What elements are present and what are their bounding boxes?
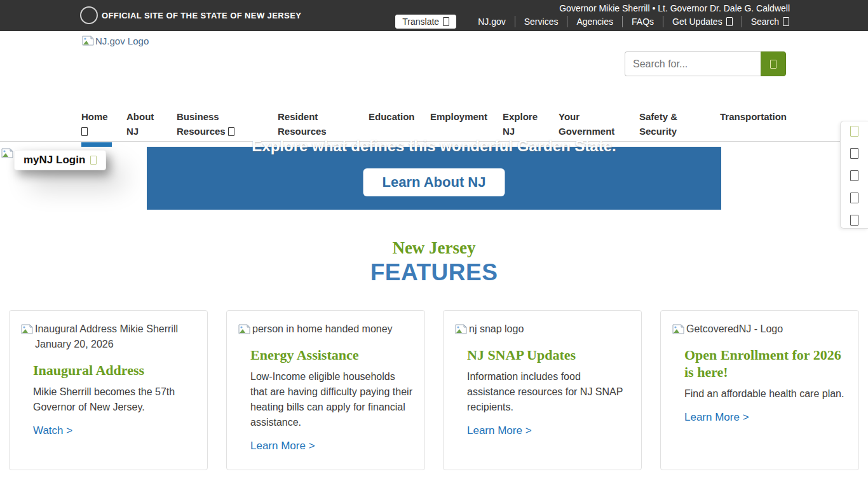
broken-image-icon — [21, 324, 33, 334]
feature-card-open-enrollment: GetcoveredNJ - Logo Open Enrollment for … — [660, 310, 859, 470]
card-learn-more-link[interactable]: Learn More > — [250, 440, 315, 452]
card-description: Find an affordable health care plan. — [684, 386, 847, 402]
nav-item-safety-security[interactable]: Safety & Security — [639, 109, 684, 139]
card-image-alt: GetcoveredNJ - Logo — [672, 322, 847, 337]
nav-item-your-government[interactable]: Your Government — [559, 109, 619, 139]
nav-item-home[interactable]: Home — [81, 109, 111, 139]
social-icon-4[interactable] — [850, 193, 858, 203]
mynj-login-label: myNJ Login — [24, 154, 85, 166]
card-image-alt: Inaugural Address Mikie Sherrill January… — [21, 322, 196, 352]
card-image-alt: nj snap logo — [455, 322, 630, 337]
official-site-text: OFFICIAL SITE OF THE STATE OF NEW JERSEY — [102, 11, 301, 20]
card-learn-more-link[interactable]: Learn More > — [467, 424, 532, 437]
nav-item-label: Business Resources — [177, 111, 226, 137]
card-watch-link[interactable]: Watch > — [33, 424, 72, 437]
card-image-alt-text: person in home handed money — [252, 322, 393, 337]
card-description: Information includes food assistance res… — [467, 369, 630, 415]
top-links-row: Translate NJ.gov Services Agencies FAQs … — [395, 15, 789, 28]
feature-card-nj-snap-updates: nj snap logo NJ SNAP Updates Information… — [443, 310, 642, 470]
nav-item-label: Explore NJ — [503, 111, 538, 137]
features-heading: FEATURES — [0, 259, 868, 286]
social-icon-1[interactable] — [850, 126, 858, 137]
get-updates-icon — [726, 17, 733, 26]
nav-item-about-nj[interactable]: About NJ — [126, 109, 158, 139]
toplink-njgov[interactable]: NJ.gov — [469, 17, 515, 27]
nav-item-explore-nj[interactable]: Explore NJ — [503, 109, 541, 139]
nav-item-label: Your Government — [559, 111, 614, 137]
social-icon-2[interactable] — [850, 148, 858, 159]
learn-about-nj-button[interactable]: Learn About NJ — [363, 168, 505, 196]
nav-item-resident-resources[interactable]: Resident Resources — [278, 109, 335, 139]
nav-item-business-resources[interactable]: Business Resources — [177, 109, 247, 139]
translate-button-label: Translate — [402, 17, 439, 27]
features-eyebrow: New Jersey — [0, 238, 868, 258]
toplink-faqs[interactable]: FAQs — [623, 17, 663, 27]
toplink-label: NJ.gov — [478, 17, 506, 27]
card-image-alt: person in home handed money — [238, 322, 413, 337]
active-nav-indicator — [81, 142, 112, 147]
card-image-alt-text: nj snap logo — [469, 322, 524, 337]
state-seal-icon — [80, 6, 98, 24]
toplink-label: Agencies — [576, 17, 613, 27]
nav-item-label: Home — [81, 111, 108, 122]
search-icon — [783, 17, 789, 26]
broken-image-icon — [1, 148, 13, 158]
nj-gov-logo[interactable]: NJ.gov Logo — [82, 36, 149, 46]
broken-image-icon — [672, 324, 684, 334]
card-image-alt-text: GetcoveredNJ - Logo — [686, 322, 783, 337]
search-submit-button[interactable] — [761, 51, 786, 76]
login-icon — [90, 156, 97, 165]
toplink-get-updates[interactable]: Get Updates — [663, 17, 742, 27]
social-icon-3[interactable] — [850, 170, 858, 181]
nav-item-label: Education — [369, 111, 415, 122]
main-navigation: Home About NJ Business Resources Residen… — [0, 97, 868, 142]
search-input[interactable] — [625, 51, 761, 76]
feature-card-energy-assistance: person in home handed money Energy Assis… — [226, 310, 425, 470]
broken-image-icon — [238, 324, 250, 334]
top-bar: OFFICIAL SITE OF THE STATE OF NEW JERSEY… — [0, 0, 868, 31]
hero-banner: Explore what defines this wonderful Gard… — [147, 147, 721, 210]
toplink-label: FAQs — [632, 17, 654, 27]
feature-card-inaugural-address: Inaugural Address Mikie Sherrill January… — [9, 310, 208, 470]
magnifier-icon — [770, 60, 776, 69]
translate-icon — [443, 17, 449, 26]
toplink-label: Services — [524, 17, 559, 27]
toplink-search[interactable]: Search — [742, 17, 789, 27]
card-title: Energy Assistance — [250, 346, 413, 363]
mynj-login-button[interactable]: myNJ Login — [14, 150, 106, 170]
card-description: Mikie Sherrill becomes the 57th Governor… — [33, 384, 196, 415]
toplink-label: Get Updates — [672, 17, 722, 27]
card-title: NJ SNAP Updates — [467, 346, 630, 363]
toplink-agencies[interactable]: Agencies — [567, 17, 622, 27]
toplink-services[interactable]: Services — [515, 17, 567, 27]
translate-button[interactable]: Translate — [395, 15, 456, 29]
nav-item-label: Safety & Security — [639, 111, 677, 137]
nav-item-label: Transportation — [720, 111, 787, 122]
logo-alt-text: NJ.gov Logo — [95, 36, 149, 46]
toplink-label: Search — [751, 17, 779, 27]
nav-item-employment[interactable]: Employment — [430, 109, 491, 124]
nav-item-label: About NJ — [126, 111, 154, 137]
nav-item-education[interactable]: Education — [369, 109, 423, 124]
card-image-alt-text: Inaugural Address Mikie Sherrill January… — [35, 322, 196, 352]
card-title: Open Enrollment for 2026 is here! — [684, 346, 847, 381]
broken-image-icon — [82, 36, 94, 46]
caret-down-icon — [81, 127, 88, 136]
broken-image-icon — [455, 324, 467, 334]
hero-heading: Explore what defines this wonderful Gard… — [147, 137, 721, 155]
card-description: Low-Income eligible households that are … — [250, 369, 413, 430]
social-sidebar — [840, 121, 868, 229]
card-title: Inaugural Address — [33, 362, 196, 379]
card-learn-more-link[interactable]: Learn More > — [684, 411, 749, 424]
nav-item-transportation[interactable]: Transportation — [720, 109, 793, 124]
caret-down-icon — [228, 127, 234, 136]
nav-item-label: Employment — [430, 111, 487, 122]
governor-line: Governor Mikie Sherrill • Lt. Governor D… — [559, 3, 790, 13]
social-icon-5[interactable] — [850, 215, 858, 226]
nav-item-label: Resident Resources — [278, 111, 327, 137]
site-search — [625, 51, 786, 76]
